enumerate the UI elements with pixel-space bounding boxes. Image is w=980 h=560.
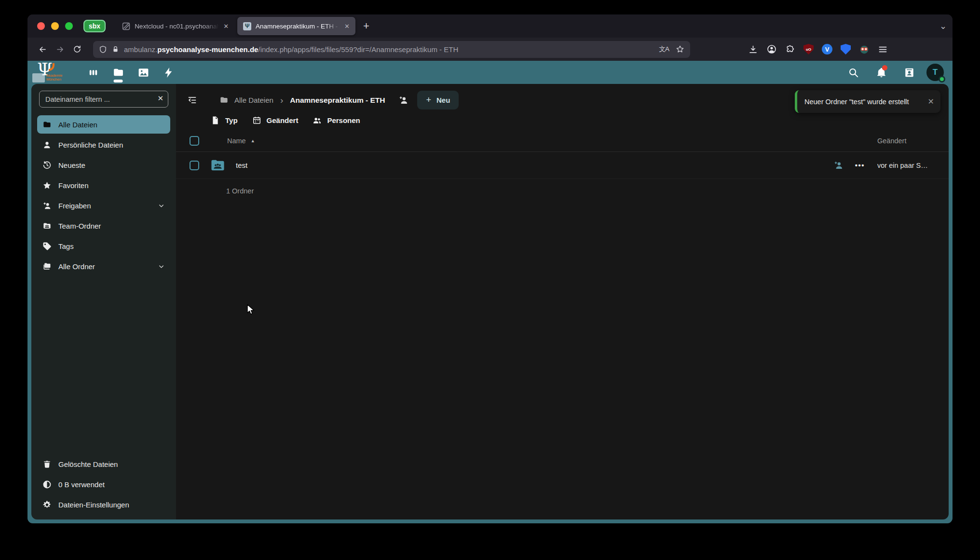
app-photos-button[interactable]: [131, 61, 156, 84]
select-all-checkbox[interactable]: [190, 136, 199, 146]
breadcrumb-folder-icon[interactable]: [219, 96, 229, 105]
filter-chip-label: Personen: [327, 116, 360, 124]
breadcrumb-root[interactable]: Alle Dateien: [234, 96, 273, 104]
vimium-icon[interactable]: V: [822, 44, 832, 55]
translate-page-icon[interactable]: 文A: [659, 45, 669, 54]
tab-close-icon[interactable]: ✕: [344, 23, 350, 30]
sidebar-item-persoenliche-dateien[interactable]: Persönliche Dateien: [37, 136, 170, 154]
sidebar-item-label: Team-Ordner: [58, 222, 101, 230]
zoom-window-button[interactable]: [65, 22, 73, 30]
bookmark-star-icon[interactable]: [676, 45, 684, 54]
file-name[interactable]: test: [236, 161, 247, 169]
toast-message: Neuer Ordner "test" wurde erstellt: [804, 98, 923, 106]
collapse-sidebar-button[interactable]: [184, 92, 200, 109]
app-dashboard-button[interactable]: [81, 61, 106, 84]
password-manager-shield-icon[interactable]: [841, 44, 851, 55]
toast-close-icon[interactable]: ✕: [928, 97, 934, 106]
photos-icon: [137, 67, 150, 79]
plus-icon: +: [426, 95, 431, 105]
sidebar-item-label: Tags: [58, 242, 74, 250]
filename-filter-input[interactable]: [39, 91, 168, 108]
row-share-icon[interactable]: [833, 160, 844, 170]
settings-gear-icon: [42, 500, 52, 509]
shared-folder-icon[interactable]: [210, 157, 226, 173]
sidebar-item-tags[interactable]: Tags: [37, 237, 170, 255]
filter-chip-label: Geändert: [267, 116, 299, 124]
lock-icon[interactable]: [112, 46, 119, 53]
share-folder-icon[interactable]: [398, 95, 408, 105]
sidebar-item-dateien-einstellungen[interactable]: Dateien-Einstellungen: [37, 495, 170, 514]
sort-ascending-icon[interactable]: ▲: [251, 138, 255, 143]
back-button[interactable]: [34, 41, 51, 57]
browser-tab-anamnesepraktikum[interactable]: Ψ Anamnesepraktikum - ETH - Alle ✕: [237, 17, 355, 35]
chevron-down-icon[interactable]: [158, 263, 165, 270]
filter-chip-personen[interactable]: Personen: [313, 116, 360, 125]
sandbox-badge[interactable]: sbx: [83, 20, 106, 33]
sidebar-item-label: 0 B verwendet: [58, 480, 105, 489]
sidebar-item-alle-dateien[interactable]: Alle Dateien: [37, 115, 170, 134]
breadcrumb-current[interactable]: Anamnesepraktikum - ETH: [290, 96, 385, 105]
sidebar-item-neueste[interactable]: Neueste: [37, 156, 170, 174]
column-header-name[interactable]: Name: [227, 137, 246, 145]
menu-hamburger-icon[interactable]: [878, 44, 888, 55]
sidebar-item-quota[interactable]: 0 B verwendet: [37, 475, 170, 493]
browser-nav-bar: ambulanz.psychoanalyse-muenchen.de/index…: [27, 38, 953, 61]
macos-traffic-lights: [37, 22, 73, 30]
search-button[interactable]: [843, 62, 864, 83]
contacts-card-icon: [904, 67, 915, 78]
new-tab-button[interactable]: +: [363, 20, 369, 32]
sidebar-item-geloeschte-dateien[interactable]: Gelöschte Dateien: [37, 455, 170, 473]
nextcloud-page: Ψ AkademieMünchen: [27, 61, 953, 523]
clear-filter-icon[interactable]: ✕: [157, 94, 163, 103]
app-activity-button[interactable]: [156, 61, 181, 84]
ublock-origin-icon[interactable]: uO: [803, 44, 814, 55]
tab-close-icon[interactable]: ✕: [223, 23, 229, 30]
firefox-window: sbx Nextcloud - nc01.psychoanalyse ✕ Ψ A…: [27, 14, 953, 523]
chevron-down-icon[interactable]: [158, 202, 165, 209]
calendar-icon: [252, 116, 261, 125]
sidebar-item-label: Persönliche Dateien: [58, 141, 123, 149]
online-status-dot: [939, 76, 945, 82]
tracking-shield-icon[interactable]: [99, 45, 107, 54]
browser-tab-nextcloud[interactable]: Nextcloud - nc01.psychoanalyse ✕: [116, 17, 234, 35]
user-avatar[interactable]: T: [926, 64, 944, 81]
placeholder-favicon-icon: [122, 22, 130, 30]
app-files-button[interactable]: [106, 61, 131, 84]
collapse-sidebar-icon: [187, 95, 197, 105]
sidebar-item-alle-ordner[interactable]: Alle Ordner: [37, 257, 170, 275]
sidebar-item-label: Dateien-Einstellungen: [58, 501, 129, 509]
table-row[interactable]: test ••• vor ein paar S…: [176, 152, 949, 179]
filter-chip-geaendert[interactable]: Geändert: [252, 116, 299, 125]
url-text: ambulanz.psychoanalyse-muenchen.de/index…: [124, 45, 654, 54]
person-icon: [42, 140, 52, 150]
account-icon[interactable]: [766, 44, 777, 55]
downloads-icon[interactable]: [748, 44, 758, 55]
sidebar-item-freigaben[interactable]: Freigaben: [37, 196, 170, 215]
contacts-button[interactable]: [898, 62, 920, 83]
sidebar-item-favoriten[interactable]: Favoriten: [37, 176, 170, 194]
url-bar[interactable]: ambulanz.psychoanalyse-muenchen.de/index…: [93, 41, 690, 58]
akademie-muenchen-logo[interactable]: Ψ AkademieMünchen: [31, 61, 69, 83]
filter-chip-typ[interactable]: Typ: [211, 116, 238, 125]
person-plus-icon: [42, 201, 52, 210]
minimize-window-button[interactable]: [51, 22, 59, 30]
dashboard-icon: [87, 67, 99, 79]
breadcrumb-separator-icon: ›: [280, 95, 283, 106]
reload-button[interactable]: [69, 41, 85, 57]
close-window-button[interactable]: [37, 22, 45, 30]
notifications-button[interactable]: [871, 62, 892, 83]
nextcloud-content: ✕ Alle Dateien Persönliche Dateien Neues…: [31, 84, 949, 519]
forward-button[interactable]: [52, 41, 68, 57]
extensions-puzzle-icon[interactable]: [785, 44, 795, 55]
new-button[interactable]: + Neu: [417, 91, 459, 109]
files-main: Neuer Ordner "test" wurde erstellt ✕ All…: [176, 84, 949, 519]
list-all-tabs-chevron-icon[interactable]: ⌄: [939, 21, 947, 31]
consent-glasses-icon[interactable]: [859, 44, 870, 55]
row-actions-menu-icon[interactable]: •••: [855, 161, 865, 169]
sidebar-item-team-ordner[interactable]: Team-Ordner: [37, 217, 170, 235]
column-header-modified[interactable]: Geändert: [877, 137, 941, 145]
files-sidebar: ✕ Alle Dateien Persönliche Dateien Neues…: [31, 84, 176, 519]
url-domain: psychoanalyse-muenchen.de: [157, 45, 258, 54]
file-icon: [211, 116, 220, 125]
row-checkbox[interactable]: [190, 161, 199, 170]
